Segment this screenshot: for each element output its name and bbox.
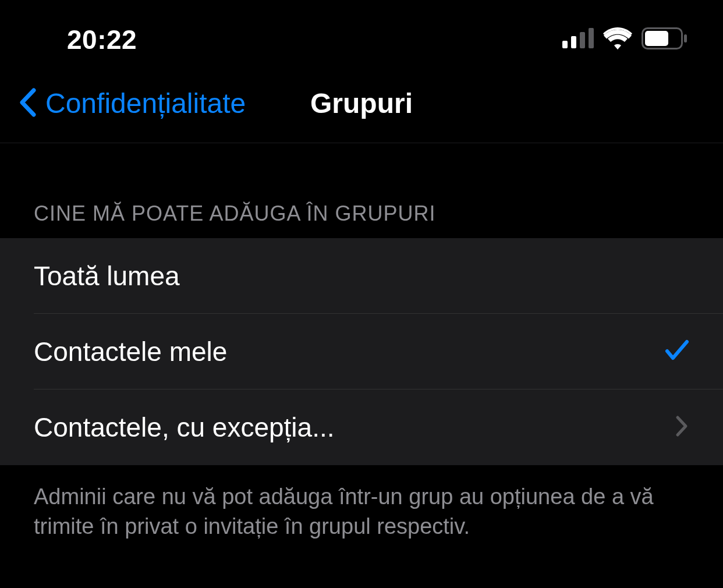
section-footer: Adminii care nu vă pot adăuga într-un gr…	[0, 466, 723, 558]
checkmark-icon	[665, 338, 689, 365]
battery-icon	[642, 27, 688, 52]
content-area: CINE MĂ POATE ADĂUGA ÎN GRUPURI Toată lu…	[0, 143, 723, 558]
section-header: CINE MĂ POATE ADĂUGA ÎN GRUPURI	[0, 143, 723, 238]
options-group: Toată lumea Contactele mele Contactele, …	[0, 238, 723, 466]
status-time: 20:22	[67, 24, 137, 55]
chevron-right-icon	[675, 415, 689, 440]
cellular-signal-icon	[562, 28, 594, 51]
svg-rect-5	[645, 31, 668, 46]
svg-rect-2	[580, 32, 585, 48]
back-label: Confidențialitate	[45, 87, 246, 119]
svg-rect-3	[589, 28, 594, 48]
option-label: Contactele mele	[34, 336, 227, 367]
chevron-left-icon	[17, 88, 38, 119]
page-title: Grupuri	[310, 87, 413, 119]
back-button[interactable]: Confidențialitate	[17, 87, 246, 119]
wifi-icon	[603, 27, 632, 52]
option-everyone[interactable]: Toată lumea	[0, 238, 723, 314]
option-contacts-except[interactable]: Contactele, cu excepția...	[0, 389, 723, 466]
option-label: Contactele, cu excepția...	[34, 412, 335, 443]
option-my-contacts[interactable]: Contactele mele	[0, 314, 723, 389]
svg-rect-6	[684, 34, 687, 42]
status-indicators	[562, 27, 688, 52]
status-bar: 20:22	[0, 0, 723, 70]
svg-rect-1	[571, 36, 576, 48]
option-label: Toată lumea	[34, 260, 180, 292]
svg-rect-0	[562, 41, 568, 48]
nav-bar: Confidențialitate Grupuri	[0, 70, 723, 143]
